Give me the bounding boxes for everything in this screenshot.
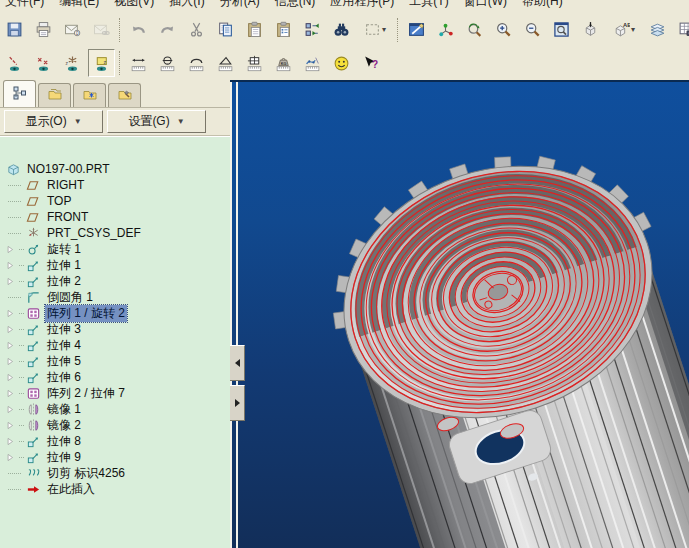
- sash-expand-button[interactable]: [230, 385, 245, 421]
- expand-triangle-icon[interactable]: [5, 244, 25, 255]
- expand-triangle-icon[interactable]: [5, 308, 25, 319]
- redo-button[interactable]: [154, 16, 181, 44]
- curve-analysis-icon: [304, 55, 321, 72]
- expand-triangle-icon[interactable]: [5, 372, 25, 383]
- send-mail-button[interactable]: 0: [59, 16, 86, 44]
- smiley-button[interactable]: [328, 49, 355, 77]
- zoom-in-button[interactable]: [490, 16, 517, 44]
- tree-item[interactable]: 切剪 标识4256: [0, 465, 230, 481]
- csys-display-button[interactable]: z: [59, 49, 86, 77]
- nav-tab-folder-browser[interactable]: [38, 83, 71, 107]
- menu-item[interactable]: 文件(F): [5, 0, 44, 10]
- tree-item[interactable]: 在此插入: [0, 481, 230, 497]
- find-icon: [333, 21, 350, 38]
- tree-item[interactable]: 拉伸 9: [0, 449, 230, 465]
- paste-button[interactable]: [241, 16, 268, 44]
- settings-dropdown-button[interactable]: 设置(G) ▼: [107, 110, 206, 133]
- menu-item[interactable]: 视图(V): [114, 0, 154, 10]
- copy-button[interactable]: [212, 16, 239, 44]
- expand-triangle-icon[interactable]: [5, 452, 25, 463]
- view-orient-button[interactable]: [461, 16, 488, 44]
- view-manager-button[interactable]: [673, 16, 689, 44]
- menu-item[interactable]: 工具(T): [409, 0, 448, 10]
- spin-center-button[interactable]: [432, 16, 459, 44]
- save-button[interactable]: [1, 16, 28, 44]
- axis-display-icon: [6, 55, 23, 72]
- tree-item[interactable]: RIGHT: [0, 177, 230, 193]
- tree-item[interactable]: 拉伸 5: [0, 353, 230, 369]
- menu-item[interactable]: 窗口(W): [464, 0, 507, 10]
- connections-icon: [117, 86, 133, 105]
- measure-angle-button[interactable]: [212, 49, 239, 77]
- expand-triangle-icon[interactable]: [5, 356, 25, 367]
- redo-icon: [159, 21, 176, 38]
- layers-icon: [649, 21, 666, 38]
- undo-button[interactable]: [125, 16, 152, 44]
- nav-tab-connections[interactable]: [108, 83, 141, 107]
- menu-item[interactable]: 插入(I): [169, 0, 204, 10]
- nav-tab-model-tree[interactable]: [3, 80, 36, 107]
- tree-item[interactable]: 拉伸 1: [0, 257, 230, 273]
- menu-item[interactable]: 帮助(H): [522, 0, 563, 10]
- tree-item[interactable]: 镜像 1: [0, 401, 230, 417]
- tree-item[interactable]: 拉伸 3: [0, 321, 230, 337]
- print-button[interactable]: [30, 16, 57, 44]
- menu-item[interactable]: 分析(A): [220, 0, 260, 10]
- nav-tab-favorites[interactable]: [73, 83, 106, 107]
- layers-button[interactable]: [644, 16, 671, 44]
- measure-diameter-button[interactable]: [154, 49, 181, 77]
- tree-item[interactable]: 倒圆角 1: [0, 289, 230, 305]
- model-tree-icon: [12, 85, 28, 104]
- expand-triangle-icon[interactable]: [5, 388, 25, 399]
- mass-properties-button[interactable]: KG: [270, 49, 297, 77]
- tree-item[interactable]: 旋转 1: [0, 241, 230, 257]
- repaint-button[interactable]: [403, 16, 430, 44]
- regenerate-button[interactable]: [299, 16, 326, 44]
- point-display-button[interactable]: [30, 49, 57, 77]
- curve-analysis-button[interactable]: [299, 49, 326, 77]
- measure-angle-icon: [217, 55, 234, 72]
- measure-arc-button[interactable]: [183, 49, 210, 77]
- tree-item[interactable]: 镜像 2: [0, 417, 230, 433]
- saved-views-button[interactable]: AB▾: [606, 16, 642, 44]
- context-help-button[interactable]: ?: [357, 49, 384, 77]
- measure-area-button[interactable]: [241, 49, 268, 77]
- expand-triangle-icon[interactable]: [5, 324, 25, 335]
- selection-filter-button[interactable]: ▾: [357, 16, 393, 44]
- paste-special-button[interactable]: [270, 16, 297, 44]
- toolbar-separator: [119, 51, 121, 75]
- mail-link-button[interactable]: [88, 16, 115, 44]
- tree-item[interactable]: 拉伸 6: [0, 369, 230, 385]
- menu-item[interactable]: 应用程序(P): [330, 0, 394, 10]
- expand-triangle-icon[interactable]: [5, 420, 25, 431]
- 3d-viewport[interactable]: [230, 80, 689, 548]
- refit-button[interactable]: [548, 16, 575, 44]
- tree-item[interactable]: 拉伸 4: [0, 337, 230, 353]
- show-dropdown-button[interactable]: 显示(O) ▼: [4, 110, 103, 133]
- orient-mode-button[interactable]: [577, 16, 604, 44]
- tree-item[interactable]: PRT_CSYS_DEF: [0, 225, 230, 241]
- expand-triangle-icon[interactable]: [5, 404, 25, 415]
- tree-item[interactable]: 阵列 1 / 旋转 2: [0, 305, 230, 321]
- tree-item[interactable]: FRONT: [0, 209, 230, 225]
- sash-collapse-button[interactable]: [230, 345, 245, 381]
- tree-item[interactable]: TOP: [0, 193, 230, 209]
- plane-display-button[interactable]: z: [88, 49, 115, 77]
- tree-item[interactable]: 拉伸 2: [0, 273, 230, 289]
- find-button[interactable]: [328, 16, 355, 44]
- menu-item[interactable]: 信息(N): [275, 0, 316, 10]
- axis-display-button[interactable]: [1, 49, 28, 77]
- expand-triangle-icon[interactable]: [5, 340, 25, 351]
- cut-button[interactable]: [183, 16, 210, 44]
- expand-triangle-icon[interactable]: [5, 436, 25, 447]
- tree-item[interactable]: NO197-00.PRT: [0, 161, 230, 177]
- menu-item[interactable]: 编辑(E): [59, 0, 99, 10]
- zoom-out-button[interactable]: [519, 16, 546, 44]
- measure-distance-button[interactable]: [125, 49, 152, 77]
- tree-item[interactable]: 阵列 2 / 拉伸 7: [0, 385, 230, 401]
- application-window: 文件(F)编辑(E)视图(V)插入(I)分析(A)信息(N)应用程序(P)工具(…: [0, 0, 689, 548]
- expand-triangle-icon[interactable]: [5, 260, 25, 271]
- 3d-model-canvas[interactable]: [240, 82, 689, 548]
- tree-item[interactable]: 拉伸 8: [0, 433, 230, 449]
- expand-triangle-icon[interactable]: [5, 276, 25, 287]
